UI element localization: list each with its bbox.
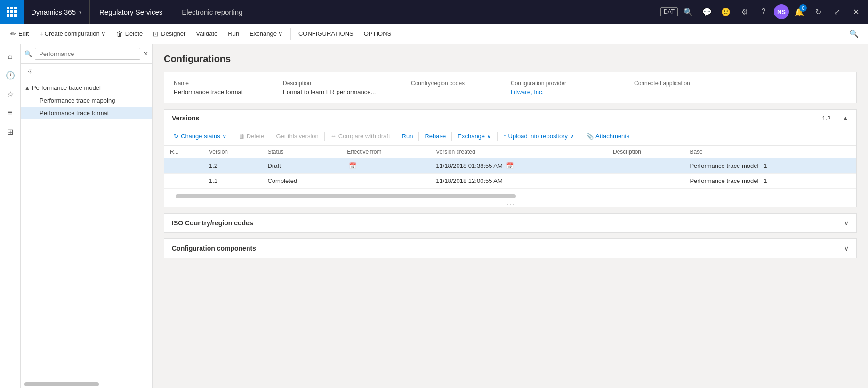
tree-item-label: Performance trace model (32, 84, 101, 91)
home-icon[interactable]: ⌂ (2, 48, 19, 65)
favorites-icon[interactable]: ☆ (2, 86, 19, 103)
settings-icon[interactable]: ⚙ (736, 3, 753, 20)
table-horizontal-scrollbar[interactable] (176, 194, 516, 198)
refresh-icon[interactable]: ↻ (810, 3, 827, 20)
versions-panel-header: Versions 1.2 -- ▲ (164, 110, 856, 127)
expand-icon[interactable]: ⤢ (828, 3, 845, 20)
compare-draft-button[interactable]: ↔ Compare with draft (327, 131, 394, 142)
exchange-version-button[interactable]: Exchange ∨ (454, 131, 495, 142)
sidebar-filter-button[interactable]: ⧛ (24, 66, 35, 77)
toolbar-sep-8 (580, 132, 580, 141)
col-value-provider[interactable]: Litware, Inc. (511, 88, 628, 95)
sidebar-clear-icon[interactable]: ✕ (143, 50, 148, 57)
edit-button[interactable]: ✏ Edit (6, 28, 33, 40)
col-value-name: Performance trace format (174, 88, 277, 95)
rebase-button[interactable]: Rebase (421, 131, 450, 142)
calendar-icon[interactable]: 📅 (349, 162, 356, 169)
validate-button[interactable]: Validate (191, 28, 222, 39)
delete-button[interactable]: 🗑 Delete (112, 28, 148, 40)
get-version-button[interactable]: Get this version (272, 131, 322, 142)
secondary-toolbar: ✏ Edit + Create configuration ∨ 🗑 Delete… (0, 24, 868, 44)
options-tab[interactable]: OPTIONS (359, 28, 396, 39)
top-navigation: Dynamics 365 ∨ Regulatory Services Elect… (0, 0, 868, 24)
run-button[interactable]: Run (223, 28, 244, 39)
sidebar-search-icon: 🔍 (24, 50, 32, 57)
calendar2-icon[interactable]: 📅 (506, 162, 514, 169)
attachments-button[interactable]: 📎 Attachments (582, 131, 633, 142)
dynamics365-section[interactable]: Dynamics 365 ∨ (24, 0, 90, 24)
sidebar-item-performance-trace-format[interactable]: Performance trace format (21, 107, 152, 119)
config-col-provider: Configuration provider Litware, Inc. (511, 80, 628, 95)
designer-icon: ⊡ (153, 30, 159, 38)
designer-button[interactable]: ⊡ Designer (148, 28, 190, 40)
main-content: Configurations Name Performance trace fo… (153, 44, 868, 388)
change-status-button[interactable]: ↻ Change status ∨ (170, 131, 231, 142)
config-header-grid: Name Performance trace format Descriptio… (174, 80, 847, 95)
th-base: Base (684, 146, 856, 158)
config-components-header[interactable]: Configuration components ∨ (164, 239, 856, 258)
filter-icon[interactable]: ≡ (2, 104, 19, 121)
configurations-tab[interactable]: CONFIGURATIONS (294, 28, 358, 39)
cell-version: 1.2 (203, 158, 262, 174)
cell-status: Draft (262, 158, 341, 174)
cell-status: Completed (262, 174, 341, 189)
toolbar-sep-7 (497, 132, 498, 141)
cell-rownum (164, 174, 203, 189)
table-row[interactable]: 1.1 Completed 11/18/2018 12:00:55 AM Per… (164, 174, 856, 189)
iso-collapse-chevron-icon: ∨ (844, 219, 849, 227)
cell-effective-from: 📅 (341, 158, 430, 174)
change-status-chevron-icon: ∨ (222, 133, 227, 140)
regulatory-services-section: Regulatory Services (90, 0, 172, 24)
left-icon-strip: ⌂ 🕐 ☆ ≡ ⊞ (0, 44, 21, 388)
sidebar-scrollbar[interactable] (24, 382, 99, 386)
change-status-icon: ↻ (174, 133, 179, 140)
col-header-country: Country/region codes (411, 80, 505, 87)
tree-item-label: Performance trace format (40, 110, 109, 117)
module-title: Electronic reporting (172, 8, 252, 16)
th-status: Status (262, 146, 341, 158)
create-configuration-button[interactable]: + Create configuration ∨ (34, 28, 110, 40)
user-avatar[interactable]: NS (774, 4, 789, 19)
sidebar-tree: ▲ Performance trace model Performance tr… (21, 79, 152, 380)
base-link[interactable]: Performance trace model (690, 162, 758, 169)
run-version-button[interactable]: Run (398, 131, 417, 142)
notifications-icon[interactable]: 🔔 0 (791, 3, 808, 20)
config-col-name: Name Performance trace format (174, 80, 277, 95)
col-header-provider: Configuration provider (511, 80, 628, 87)
iso-country-header[interactable]: ISO Country/region codes ∨ (164, 214, 856, 232)
upload-repository-button[interactable]: ↑ Upload into repository ∨ (499, 131, 578, 142)
versions-sep: -- (834, 115, 838, 122)
cell-description (607, 174, 684, 189)
exchange-button[interactable]: Exchange ∨ (245, 28, 288, 39)
dynamics365-label: Dynamics 365 (31, 8, 76, 16)
panel-resize-handle[interactable] (164, 202, 856, 207)
search-nav-icon[interactable]: 🔍 (680, 3, 697, 20)
app-grid-icon (7, 7, 17, 17)
delete-icon: 🗑 (116, 30, 123, 38)
sidebar-item-performance-trace-mapping[interactable]: Performance trace mapping (21, 94, 152, 107)
user-icon[interactable]: 🙂 (717, 3, 734, 20)
toolbar-search-icon[interactable]: 🔍 (845, 27, 862, 40)
iso-country-title: ISO Country/region codes (172, 219, 253, 227)
tree-collapse-icon: ▲ (24, 85, 30, 91)
top-nav-right: DAT 🔍 💬 🙂 ⚙ ? NS 🔔 0 ↻ ⤢ ✕ (660, 3, 868, 20)
sidebar-item-performance-trace-model[interactable]: ▲ Performance trace model (21, 81, 152, 94)
col-value-description: Format to learn ER performance... (283, 88, 405, 95)
toolbar-separator (290, 28, 291, 40)
sidebar-search-input[interactable] (35, 48, 140, 60)
help-icon[interactable]: ? (755, 3, 772, 20)
main-layout: ⌂ 🕐 ☆ ≡ ⊞ 🔍 ✕ ⧛ ▲ Performance trace mode… (0, 44, 868, 388)
delete-version-icon: 🗑 (239, 133, 245, 140)
table-row[interactable]: 1.2 Draft 📅 11/18/2018 01:38:55 AM 📅 (164, 158, 856, 174)
menu-icon[interactable]: ⊞ (2, 123, 19, 140)
cell-effective-from (341, 174, 430, 189)
app-grid-button[interactable] (0, 0, 24, 24)
close-icon[interactable]: ✕ (847, 3, 864, 20)
dynamics365-chevron-icon: ∨ (79, 9, 82, 15)
cell-rownum (164, 158, 203, 174)
versions-collapse-icon[interactable]: ▲ (842, 114, 849, 122)
notification-badge: 0 (799, 4, 807, 12)
recent-icon[interactable]: 🕐 (2, 67, 19, 84)
chat-icon[interactable]: 💬 (699, 3, 715, 20)
delete-version-button[interactable]: 🗑 Delete (235, 131, 268, 142)
